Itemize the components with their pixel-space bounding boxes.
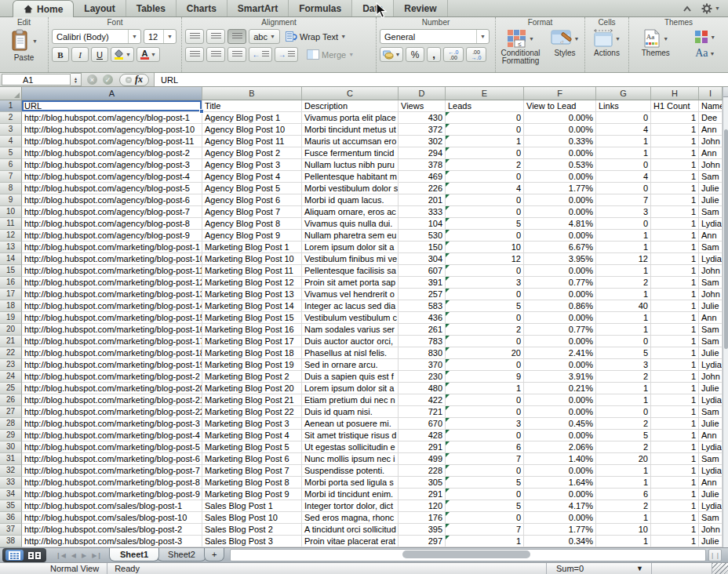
cell-links[interactable]: 0 bbox=[596, 112, 651, 124]
cell-h1_count[interactable]: 1 bbox=[651, 194, 699, 206]
cell-title[interactable]: Agency Blog Post 10 bbox=[202, 124, 302, 136]
cell-leads[interactable]: 0 bbox=[446, 289, 524, 300]
cell-description[interactable]: Suspendisse potenti. bbox=[302, 465, 399, 477]
comma-format-button[interactable]: , bbox=[427, 47, 441, 62]
cell-url[interactable]: http://blog.hubspot.com/marketing/blog-p… bbox=[22, 489, 202, 500]
cell-name[interactable]: John bbox=[699, 289, 723, 300]
row-header-37[interactable]: 37 bbox=[0, 524, 22, 536]
cell-links[interactable]: 2 bbox=[596, 418, 651, 430]
row-header-27[interactable]: 27 bbox=[0, 406, 22, 418]
actions-button[interactable]: ▼ Actions bbox=[585, 27, 628, 57]
cell-view_to_lead[interactable]: 0.53% bbox=[524, 159, 596, 171]
cell-url[interactable]: http://blog.hubspot.com/sales/blog-post-… bbox=[22, 500, 202, 512]
cell-title[interactable]: Marketing Blog Post 9 bbox=[202, 489, 302, 500]
cell-name[interactable]: Julie bbox=[699, 418, 723, 430]
cell-h1_count[interactable]: 1 bbox=[651, 183, 699, 194]
cell-name[interactable]: Julie bbox=[699, 183, 723, 194]
cell-h1_count[interactable]: 1 bbox=[651, 159, 699, 171]
cell-links[interactable]: 4 bbox=[596, 124, 651, 136]
cell-links[interactable]: 1 bbox=[596, 136, 651, 147]
cell-leads[interactable]: 1 bbox=[446, 536, 524, 547]
cell-views[interactable]: Views bbox=[399, 100, 446, 112]
cell-url[interactable]: http://blog.hubspot.com/marketing/blog-p… bbox=[22, 430, 202, 441]
cell-name[interactable]: Lydia bbox=[699, 359, 723, 371]
scrollbar-split-handle[interactable] bbox=[723, 87, 728, 97]
cell-view_to_lead[interactable]: 0.00% bbox=[524, 206, 596, 218]
cell-url[interactable]: http://blog.hubspot.com/agency/blog-post… bbox=[22, 183, 202, 194]
cell-views[interactable]: 257 bbox=[399, 289, 446, 300]
cell-name[interactable]: Ann bbox=[699, 430, 723, 441]
cell-title[interactable]: Marketing Blog Post 1 bbox=[202, 242, 302, 253]
cell-name[interactable]: John bbox=[699, 159, 723, 171]
row-header-20[interactable]: 20 bbox=[0, 324, 22, 336]
cell-links[interactable]: 4 bbox=[596, 171, 651, 183]
number-format-select[interactable]: General▼ bbox=[380, 29, 490, 44]
prev-sheet-button[interactable]: ◀ bbox=[71, 552, 76, 559]
cell-links[interactable]: 7 bbox=[596, 194, 651, 206]
cell-view_to_lead[interactable]: 0.00% bbox=[524, 289, 596, 300]
horizontal-scrollbar[interactable] bbox=[230, 549, 706, 561]
cell-leads[interactable]: Leads bbox=[446, 100, 524, 112]
row-header-22[interactable]: 22 bbox=[0, 347, 22, 359]
cell-leads[interactable]: 12 bbox=[446, 253, 524, 265]
cell-title[interactable]: Marketing Blog Post 3 bbox=[202, 418, 302, 430]
cell-description[interactable]: Integer ac lacus sed dia bbox=[302, 300, 399, 312]
cell-links[interactable]: 5 bbox=[596, 430, 651, 441]
cell-leads[interactable]: 0 bbox=[446, 394, 524, 406]
row-header-33[interactable]: 33 bbox=[0, 477, 22, 489]
wrap-text-button[interactable]: Wrap Text ▼ bbox=[286, 31, 346, 42]
cell-description[interactable]: Proin vitae placerat erat bbox=[302, 536, 399, 547]
cell-h1_count[interactable]: 1 bbox=[651, 277, 699, 289]
cell-view_to_lead[interactable]: 0.00% bbox=[524, 230, 596, 242]
cell-views[interactable]: 201 bbox=[399, 194, 446, 206]
cell-name[interactable]: Julie bbox=[699, 383, 723, 394]
cell-views[interactable]: 469 bbox=[399, 171, 446, 183]
cell-description[interactable]: Sed eros magna, rhonc bbox=[302, 512, 399, 524]
cell-h1_count[interactable]: 1 bbox=[651, 300, 699, 312]
row-header-23[interactable]: 23 bbox=[0, 359, 22, 371]
cell-title[interactable]: Marketing Blog Post 4 bbox=[202, 430, 302, 441]
cell-url[interactable]: http://blog.hubspot.com/marketing/blog-p… bbox=[22, 253, 202, 265]
row-header-18[interactable]: 18 bbox=[0, 300, 22, 312]
cell-leads[interactable]: 3 bbox=[446, 277, 524, 289]
cell-title[interactable]: Title bbox=[202, 100, 302, 112]
cell-links[interactable]: 0 bbox=[596, 406, 651, 418]
active-cell-a1[interactable]: URL bbox=[22, 100, 202, 112]
row-header-14[interactable]: 14 bbox=[0, 253, 22, 265]
cell-leads[interactable]: 20 bbox=[446, 347, 524, 359]
cell-views[interactable]: 104 bbox=[399, 218, 446, 230]
cell-h1_count[interactable]: 1 bbox=[651, 441, 699, 453]
cell-h1_count[interactable]: 1 bbox=[651, 536, 699, 547]
cell-name[interactable]: Julie bbox=[699, 489, 723, 500]
cell-views[interactable]: 430 bbox=[399, 112, 446, 124]
cell-url[interactable]: http://blog.hubspot.com/marketing/blog-p… bbox=[22, 312, 202, 324]
cell-url[interactable]: http://blog.hubspot.com/marketing/blog-p… bbox=[22, 300, 202, 312]
next-sheet-button[interactable]: ▶ bbox=[82, 552, 86, 559]
cell-description[interactable]: Mauris ut accumsan ero bbox=[302, 136, 399, 147]
cell-name[interactable]: Julie bbox=[699, 300, 723, 312]
cell-description[interactable]: Fusce fermentum tincid bbox=[302, 147, 399, 159]
cell-title[interactable]: Marketing Blog Post 11 bbox=[202, 265, 302, 277]
cell-views[interactable]: 291 bbox=[399, 441, 446, 453]
cell-description[interactable]: Vestibulum finibus mi ve bbox=[302, 253, 399, 265]
cell-views[interactable]: 372 bbox=[399, 124, 446, 136]
cell-title[interactable]: Agency Blog Post 1 bbox=[202, 112, 302, 124]
cell-view_to_lead[interactable]: 0.21% bbox=[524, 383, 596, 394]
cell-url[interactable]: http://blog.hubspot.com/agency/blog-post… bbox=[22, 112, 202, 124]
cell-name[interactable]: Sam bbox=[699, 512, 723, 524]
cell-view_to_lead[interactable]: 0.86% bbox=[524, 300, 596, 312]
cell-views[interactable]: 378 bbox=[399, 159, 446, 171]
cell-links[interactable]: 1 bbox=[596, 289, 651, 300]
cell-h1_count[interactable]: 1 bbox=[651, 383, 699, 394]
cell-leads[interactable]: 7 bbox=[446, 524, 524, 536]
cell-name[interactable]: Julie bbox=[699, 536, 723, 547]
cell-name[interactable]: Lydia bbox=[699, 441, 723, 453]
row-header-32[interactable]: 32 bbox=[0, 465, 22, 477]
cell-view_to_lead[interactable]: 0.00% bbox=[524, 265, 596, 277]
cell-description[interactable]: Morbi id quam lacus. bbox=[302, 194, 399, 206]
cell-views[interactable]: 150 bbox=[399, 242, 446, 253]
cell-url[interactable]: http://blog.hubspot.com/agency/blog-post… bbox=[22, 218, 202, 230]
cell-url[interactable]: http://blog.hubspot.com/agency/blog-post… bbox=[22, 124, 202, 136]
cell-views[interactable]: 305 bbox=[399, 477, 446, 489]
column-header-B[interactable]: B bbox=[202, 87, 302, 100]
